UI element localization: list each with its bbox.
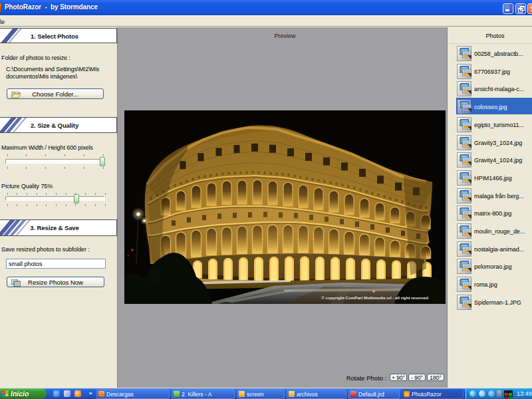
svg-text:© copyright ComPart Multimedia: © copyright ComPart Multimedia srl - all… (321, 295, 428, 300)
